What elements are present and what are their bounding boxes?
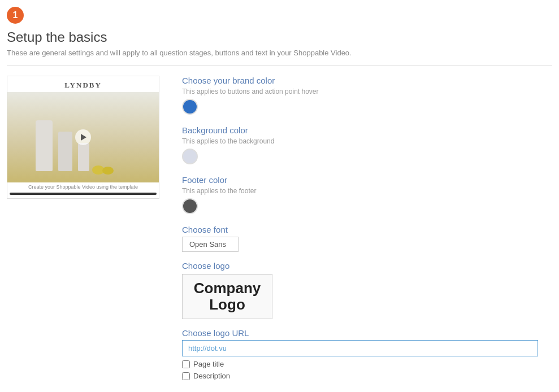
vase-small <box>78 143 89 171</box>
page-title-checkbox-label: Page title <box>193 360 224 368</box>
description-checkbox-label: Description <box>193 372 230 380</box>
play-icon <box>81 134 86 141</box>
preview-container: LYNDBY Create your Shoppable Video using… <box>7 76 159 199</box>
logo-url-input[interactable] <box>182 340 538 356</box>
font-selector[interactable]: Open Sans <box>182 237 239 252</box>
preview-progress-bar <box>10 193 157 195</box>
footer-color-swatch[interactable] <box>182 198 198 214</box>
page-title: Setup the basics <box>7 29 552 45</box>
preview-brand-name: LYNDBY <box>7 76 159 92</box>
logo-upload-area[interactable]: Company Logo <box>182 274 272 319</box>
page-title-row: Page title <box>182 360 552 368</box>
preview-video-area <box>7 92 159 182</box>
footer-color-label: Footer color <box>182 175 552 185</box>
logo-url-label: Choose logo URL <box>182 328 552 338</box>
vase-medium <box>58 132 72 171</box>
brand-color-group: Choose your brand color This applies to … <box>182 76 552 116</box>
lemon2 <box>102 167 114 175</box>
logo-placeholder-text: Company Logo <box>194 280 261 312</box>
page-title-checkbox[interactable] <box>182 360 190 368</box>
brand-color-swatch[interactable] <box>182 99 198 115</box>
page-wrapper: 1 Setup the basics These are general set… <box>0 0 559 392</box>
footer-color-group: Footer color This applies to the footer <box>182 175 552 216</box>
footer-color-description: This applies to the footer <box>182 187 552 195</box>
preview-panel: LYNDBY Create your Shoppable Video using… <box>7 76 159 389</box>
font-group: Choose font Open Sans <box>182 225 552 252</box>
section-divider <box>7 65 552 66</box>
logo-url-group: Choose logo URL Page title Description <box>182 328 552 380</box>
font-label: Choose font <box>182 225 552 234</box>
background-color-description: This applies to the background <box>182 137 552 145</box>
step-badge: 1 <box>7 7 24 24</box>
page-subtitle: These are general settings and will appl… <box>7 49 552 57</box>
logo-label: Choose logo <box>182 261 552 271</box>
description-row: Description <box>182 372 552 380</box>
brand-color-label: Choose your brand color <box>182 76 552 85</box>
logo-group: Choose logo Company Logo <box>182 261 552 319</box>
background-color-group: Background color This applies to the bac… <box>182 125 552 166</box>
background-color-swatch[interactable] <box>182 149 198 164</box>
content-area: LYNDBY Create your Shoppable Video using… <box>7 76 552 389</box>
preview-image <box>7 92 159 182</box>
preview-caption: Create your Shoppable Video using the te… <box>7 182 159 191</box>
description-checkbox[interactable] <box>182 372 190 380</box>
play-button[interactable] <box>75 129 91 145</box>
settings-panel: Choose your brand color This applies to … <box>182 76 552 389</box>
brand-color-description: This applies to buttons and action point… <box>182 88 552 95</box>
background-color-label: Background color <box>182 125 552 135</box>
vase-tall <box>36 120 53 171</box>
